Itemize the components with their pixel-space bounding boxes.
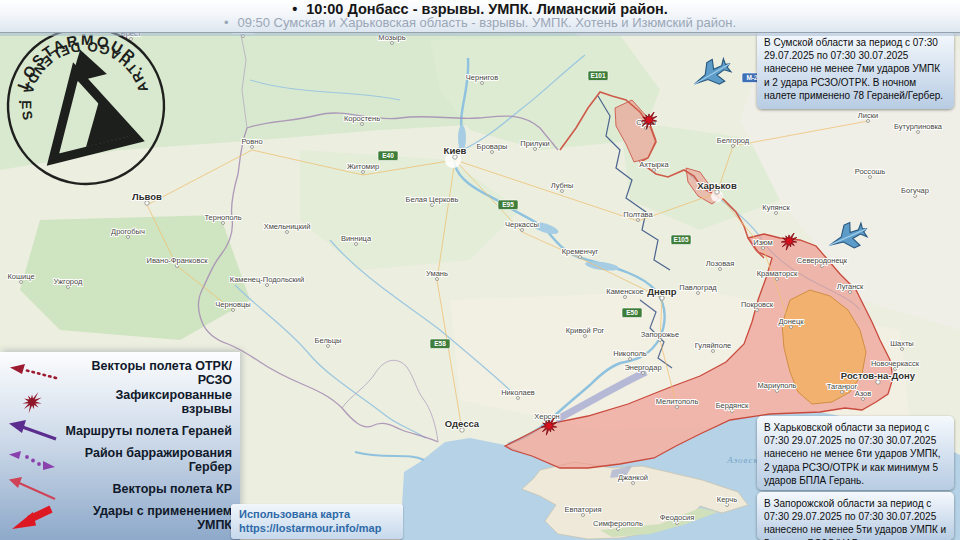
city-label: Житомир: [347, 162, 379, 171]
city-label: Симферополь: [593, 519, 643, 528]
city-dot: [431, 204, 434, 207]
city-dot: [491, 151, 494, 154]
city-label: Одесса: [445, 418, 480, 429]
city-label: Новочеркасск: [871, 359, 920, 368]
info-box-zaporozhye-text: В Запорожской области за период с 07:30 …: [764, 498, 946, 540]
geran-route-icon: [6, 418, 64, 444]
ticker-text-previous: 09:50 Сумская и Харьковская область - вз…: [237, 15, 736, 30]
city-dot: [637, 219, 640, 222]
city-dot: [821, 265, 824, 268]
city-label: Изюм: [753, 238, 773, 247]
road-badge-label: Е58: [434, 340, 446, 347]
city-dot: [869, 176, 872, 179]
road-badge: Е50: [622, 308, 642, 318]
city-label: Донецк: [778, 317, 804, 326]
kr-vector-icon: [6, 476, 64, 502]
city-dot: [676, 522, 679, 525]
city-dot: [632, 482, 635, 485]
city-dot: [901, 348, 904, 351]
city-dot: [481, 82, 484, 85]
city-dot: [731, 410, 734, 413]
city-label: Покровск: [741, 300, 774, 309]
city-label: Ахтырка: [639, 160, 669, 169]
city-label: Никополь: [613, 349, 647, 358]
city-label: Бутурлиновка: [894, 122, 943, 131]
legend-item: Векторы полета КР: [0, 474, 240, 503]
road-badge-label: Е105: [673, 236, 689, 243]
city-label: Каменское: [606, 287, 643, 296]
city-dot: [266, 284, 269, 287]
city-label: Запорожье: [641, 330, 679, 339]
city-dot: [521, 229, 524, 232]
city-dot: [726, 504, 729, 507]
legend-item: Зафиксированные взрывы: [0, 387, 240, 416]
city-dot: [584, 335, 587, 338]
city-dot: [617, 528, 620, 531]
lostarmour-strike-map: Е101М-2Е40Е95Е105Е50Е58 КиевХарьковОдесс…: [0, 0, 960, 540]
road-badge: Е95: [498, 200, 518, 210]
city-label: Феодосия: [660, 513, 694, 522]
road-badge-label: Е50: [626, 309, 638, 316]
legend-label: Удары с применением УМПК: [64, 504, 232, 532]
city-dot: [762, 247, 765, 250]
gerber-loiter-icon: [6, 447, 64, 473]
city-label: Дрогобыч: [111, 227, 145, 236]
event-ticker: •10:00 Донбасс - взрывы. УМПК. Лиманский…: [0, 0, 960, 33]
city-label: Таганрог: [827, 382, 858, 391]
city-label: Белгород: [717, 136, 750, 145]
road-badge-label: Е101: [590, 72, 606, 79]
legend-label: Векторы полета ОТРК/РСЗО: [64, 359, 232, 387]
attribution-box: Использована карта https://lostarmour.in…: [231, 504, 403, 539]
city-dot: [914, 195, 917, 198]
city-label: Каменец-Подольский: [230, 275, 304, 284]
city-label: Азов: [855, 389, 872, 398]
city-label: Полтава: [623, 210, 653, 219]
city-label: Энергодар: [624, 363, 661, 372]
city-label: Черкассы: [505, 220, 539, 229]
city-label: Мелитополь: [656, 397, 699, 406]
city-dot: [756, 309, 759, 312]
attribution-label: Использована карта: [239, 507, 395, 521]
ticker-line-previous: •09:50 Сумская и Харьковская область - в…: [0, 15, 960, 30]
road-badge-label: Е95: [502, 201, 514, 208]
city-label: Харьков: [697, 180, 737, 191]
city-dot: [232, 309, 235, 312]
legend-item: Маршруты полета Гераней: [0, 416, 240, 445]
city-label: Белая Церковь: [406, 195, 459, 204]
attribution-link[interactable]: https://lostarmour.info/map: [239, 521, 395, 535]
city-label: Днепр: [647, 286, 677, 297]
city-label: Николаев: [501, 388, 535, 397]
road-badge: Е58: [430, 339, 450, 349]
city-label: Чернигов: [466, 73, 498, 82]
city-label: Северодонецк: [797, 256, 848, 265]
city-dot: [534, 148, 537, 151]
city-dot: [391, 42, 394, 45]
city-label: Ростов-на-Дону: [841, 370, 916, 381]
info-box-kharkiv: В Харьковской области за период с 07:30 …: [757, 416, 954, 490]
legend-label: Район барражирования Гербер: [64, 446, 232, 474]
bullet: •: [224, 15, 229, 30]
city-dot: [624, 296, 627, 299]
city-dot: [719, 268, 722, 271]
city-label: Керчь: [717, 495, 737, 504]
city-label: Ровно: [241, 137, 262, 146]
city-dot: [176, 265, 179, 268]
city-label: Львов: [132, 191, 162, 202]
city-dot: [20, 281, 23, 284]
city-label: Луганск: [837, 282, 864, 291]
city-label: Ужгород: [54, 277, 83, 286]
city-label: Ивано-Франковск: [147, 256, 209, 265]
info-box-zaporozhye: В Запорожской области за период с 07:30 …: [757, 492, 954, 540]
city-dot: [775, 212, 778, 215]
umpk-strike-icon: [6, 505, 64, 531]
road-badge: Е105: [671, 235, 691, 245]
city-label: Джанкой: [618, 473, 648, 482]
city-dot: [849, 291, 852, 294]
legend-item: Район барражирования Гербер: [0, 445, 240, 474]
legend-item: Векторы полета ОТРК/РСЗО: [0, 358, 240, 387]
city-dot: [676, 406, 679, 409]
city-label: Прилуки: [520, 139, 549, 148]
city-dot: [642, 372, 645, 375]
city-label: Лозовая: [706, 259, 735, 268]
city-label: Купянск: [762, 203, 790, 212]
